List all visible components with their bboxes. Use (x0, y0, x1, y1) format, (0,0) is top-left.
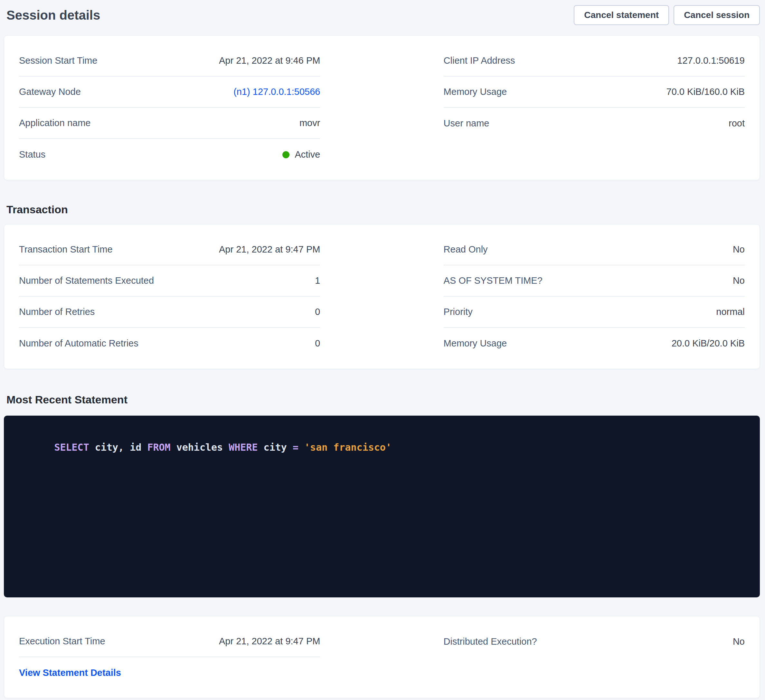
row-label: Number of Statements Executed (19, 275, 154, 286)
table-row: Number of Statements Executed 1 (19, 265, 320, 297)
row-label: Transaction Start Time (19, 244, 113, 255)
row-value: 127.0.0.1:50619 (677, 55, 745, 66)
sql-keyword: WHERE (228, 442, 258, 453)
row-value: No (733, 275, 745, 286)
page-header: Session details Cancel statement Cancel … (4, 0, 760, 26)
table-row: Status Active (19, 139, 320, 170)
cancel-session-button[interactable]: Cancel session (674, 5, 760, 25)
row-label: AS OF SYSTEM TIME? (444, 275, 543, 286)
status-text: Active (294, 149, 320, 160)
status-dot-icon (282, 151, 290, 158)
table-row: Application name movr (19, 108, 320, 139)
statement-section-heading: Most Recent Statement (6, 394, 760, 406)
sql-statement: SELECT city, id FROM vehicles WHERE city… (19, 430, 745, 464)
session-right-column: Client IP Address 127.0.0.1:50619 Memory… (444, 46, 745, 170)
row-value: normal (716, 306, 745, 317)
transaction-right-column: Read Only No AS OF SYSTEM TIME? No Prior… (444, 234, 745, 359)
status-badge: Active (282, 149, 320, 160)
row-value: Apr 21, 2022 at 9:47 PM (219, 636, 320, 647)
gateway-node-link[interactable]: (n1) 127.0.0.1:50566 (233, 86, 320, 97)
sql-operator: = (293, 442, 299, 453)
sql-string-literal: 'san francisco' (304, 442, 392, 453)
sql-keyword: SELECT (54, 442, 89, 453)
execution-right-column: Distributed Execution? No (444, 626, 745, 688)
row-label: Distributed Execution? (444, 636, 537, 647)
row-label: Gateway Node (19, 86, 81, 97)
cancel-statement-button[interactable]: Cancel statement (574, 5, 669, 25)
header-buttons: Cancel statement Cancel session (574, 5, 760, 25)
statement-details-row: View Statement Details (19, 657, 320, 688)
sql-text (299, 442, 304, 453)
sql-text: city (258, 442, 293, 453)
table-row: Client IP Address 127.0.0.1:50619 (444, 46, 745, 77)
row-value: 0 (315, 306, 320, 317)
table-row: Memory Usage 70.0 KiB/160.0 KiB (444, 77, 745, 108)
session-details-card: Session Start Time Apr 21, 2022 at 9:46 … (4, 35, 760, 180)
row-value: Apr 21, 2022 at 9:47 PM (219, 244, 320, 255)
row-label: Status (19, 149, 46, 160)
sql-text: city, id (89, 442, 148, 453)
table-row: User name root (444, 108, 745, 139)
row-label: Memory Usage (444, 338, 507, 349)
sql-text: vehicles (171, 442, 229, 453)
row-label: Client IP Address (444, 55, 515, 66)
row-value: 70.0 KiB/160.0 KiB (666, 86, 745, 97)
row-label: Number of Automatic Retries (19, 338, 139, 349)
row-label: Execution Start Time (19, 636, 105, 647)
row-value: root (729, 118, 745, 129)
sql-keyword: FROM (147, 442, 170, 453)
table-row: Transaction Start Time Apr 21, 2022 at 9… (19, 234, 320, 265)
row-value: 1 (315, 275, 320, 286)
table-row: Execution Start Time Apr 21, 2022 at 9:4… (19, 626, 320, 657)
table-row: Read Only No (444, 234, 745, 265)
row-label: User name (444, 118, 490, 129)
transaction-section-heading: Transaction (6, 203, 760, 216)
row-value: 20.0 KiB/20.0 KiB (672, 338, 745, 349)
row-value: movr (299, 118, 320, 128)
table-row: Priority normal (444, 297, 745, 328)
view-statement-details-link[interactable]: View Statement Details (19, 667, 121, 678)
execution-left-column: Execution Start Time Apr 21, 2022 at 9:4… (19, 626, 320, 688)
table-row: Number of Retries 0 (19, 297, 320, 328)
row-value: Apr 21, 2022 at 9:46 PM (219, 55, 320, 66)
sql-statement-box: SELECT city, id FROM vehicles WHERE city… (4, 416, 760, 597)
table-row: AS OF SYSTEM TIME? No (444, 265, 745, 297)
row-label: Read Only (444, 244, 488, 255)
table-row: Memory Usage 20.0 KiB/20.0 KiB (444, 328, 745, 359)
row-value: 0 (315, 338, 320, 349)
page-title: Session details (6, 8, 100, 22)
table-row: Session Start Time Apr 21, 2022 at 9:46 … (19, 46, 320, 77)
session-left-column: Session Start Time Apr 21, 2022 at 9:46 … (19, 46, 320, 170)
row-label: Priority (444, 306, 473, 317)
table-row: Distributed Execution? No (444, 626, 745, 657)
row-value: No (733, 636, 745, 647)
table-row: Number of Automatic Retries 0 (19, 328, 320, 359)
row-label: Application name (19, 118, 90, 128)
row-label: Number of Retries (19, 306, 94, 317)
row-label: Session Start Time (19, 55, 97, 66)
session-details-page: Session details Cancel statement Cancel … (0, 0, 765, 698)
row-value: No (733, 244, 745, 255)
transaction-card: Transaction Start Time Apr 21, 2022 at 9… (4, 224, 760, 369)
row-label: Memory Usage (444, 86, 507, 97)
table-row: Gateway Node (n1) 127.0.0.1:50566 (19, 77, 320, 108)
execution-details-card: Execution Start Time Apr 21, 2022 at 9:4… (4, 616, 760, 698)
transaction-left-column: Transaction Start Time Apr 21, 2022 at 9… (19, 234, 320, 359)
